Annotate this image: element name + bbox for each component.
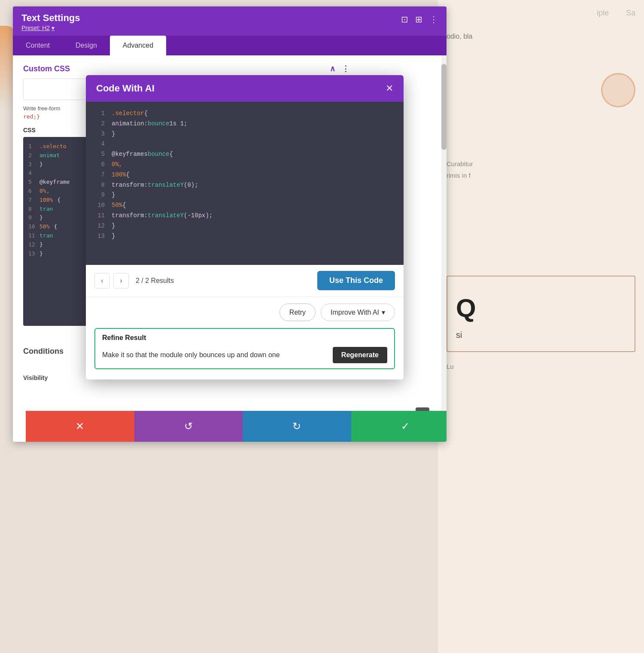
right-label-1: iple	[597, 9, 609, 18]
more-icon[interactable]: ⋮	[429, 14, 438, 24]
panel-header: Text Settings Preset: H2 ▾ ⊡ ⊞ ⋮	[13, 6, 447, 36]
code-line-12: 12 }	[86, 221, 404, 231]
use-code-button[interactable]: Use This Code	[317, 271, 395, 290]
custom-css-label: Custom CSS ∧ ⋮	[23, 64, 436, 73]
code-line-9: 9 }	[86, 190, 404, 200]
retry-button[interactable]: Retry	[279, 304, 316, 321]
code-line-13: 13 }	[86, 231, 404, 242]
custom-css-chevron-up[interactable]: ∧	[330, 64, 335, 73]
tab-advanced[interactable]: Advanced	[110, 36, 166, 55]
nav-next-button[interactable]: ›	[113, 273, 129, 289]
code-line-4: 4	[86, 139, 404, 149]
ai-modal-close-button[interactable]: ✕	[386, 84, 393, 93]
improve-arrow-icon: ▾	[382, 308, 385, 316]
code-line-5: 5 @keyframes bounce {	[86, 149, 404, 160]
refine-input[interactable]	[102, 351, 328, 359]
tab-design[interactable]: Design	[63, 36, 110, 55]
right-top-labels: iple Sa	[438, 0, 644, 18]
bottom-bar: ✕ ↺ ↻ ✓	[26, 411, 447, 442]
undo-button[interactable]: ↺	[134, 411, 243, 442]
visibility-section: Visibility	[23, 374, 48, 382]
code-line-10: 10 50% {	[86, 200, 404, 211]
nav-counter: 2 / 2 Results	[136, 277, 174, 285]
visibility-label: Visibility	[23, 374, 48, 381]
panel-header-left: Text Settings Preset: H2 ▾	[21, 12, 80, 31]
nav-arrows: ‹ › 2 / 2 Results	[94, 273, 177, 289]
conditions-label: Conditions	[23, 347, 64, 356]
right-primis: rimis in f	[447, 170, 635, 181]
refine-header: Refine Result	[95, 329, 394, 343]
orange-circle-decoration	[601, 73, 635, 107]
panel-scrollbar[interactable]	[441, 55, 447, 442]
custom-css-more-icon[interactable]: ⋮	[342, 64, 349, 73]
code-line-3: 3 }	[86, 129, 404, 140]
redo-button[interactable]: ↻	[243, 411, 351, 442]
code-line-7: 7 100% {	[86, 170, 404, 180]
ai-modal-title: Code With AI	[96, 83, 155, 94]
ai-modal: Code With AI ✕ 1 .selector { 2 animation…	[86, 75, 404, 380]
code-line-8: 8 transform: translateY(0);	[86, 180, 404, 191]
code-line-11: 11 transform: translateY(-10px);	[86, 211, 404, 221]
crop-icon[interactable]: ⊡	[401, 14, 408, 24]
confirm-button[interactable]: ✓	[351, 411, 447, 442]
panel-title: Text Settings	[21, 12, 80, 24]
right-label-2: Sa	[626, 9, 635, 18]
nav-prev-button[interactable]: ‹	[94, 273, 110, 289]
code-editor: 1 .selector { 2 animation: bounce 1s 1; …	[86, 102, 404, 265]
improve-button[interactable]: Improve With AI ▾	[321, 304, 395, 321]
improve-label: Improve With AI	[331, 309, 379, 316]
code-line-1: 1 .selector {	[86, 109, 404, 119]
code-line-2: 2 animation: bounce 1s 1;	[86, 119, 404, 129]
nav-bar: ‹ › 2 / 2 Results Use This Code	[86, 265, 404, 297]
columns-icon[interactable]: ⊞	[415, 14, 422, 24]
code-line-6: 6 0%,	[86, 160, 404, 170]
regenerate-button[interactable]: Regenerate	[333, 347, 387, 363]
action-row: Retry Improve With AI ▾	[86, 297, 404, 325]
refine-box: Refine Result Regenerate	[94, 328, 395, 369]
panel-scrollbar-thumb	[441, 64, 447, 150]
tabs-bar: Content Design Advanced	[13, 36, 447, 55]
cancel-button[interactable]: ✕	[26, 411, 134, 442]
right-quote: Q si	[447, 276, 635, 352]
refine-input-row: Regenerate	[95, 343, 394, 368]
right-body-text-1: odio, bla	[447, 30, 635, 43]
ai-modal-header: Code With AI ✕	[86, 75, 404, 102]
right-lu: Lu	[447, 361, 635, 372]
right-curabitur: Curabitur	[447, 158, 635, 170]
tab-content[interactable]: Content	[13, 36, 63, 55]
right-panel: iple Sa odio, bla Curabitur rimis in f Q…	[438, 0, 644, 653]
panel-preset[interactable]: Preset: H2 ▾	[21, 24, 80, 31]
panel-header-right: ⊡ ⊞ ⋮	[401, 14, 438, 24]
